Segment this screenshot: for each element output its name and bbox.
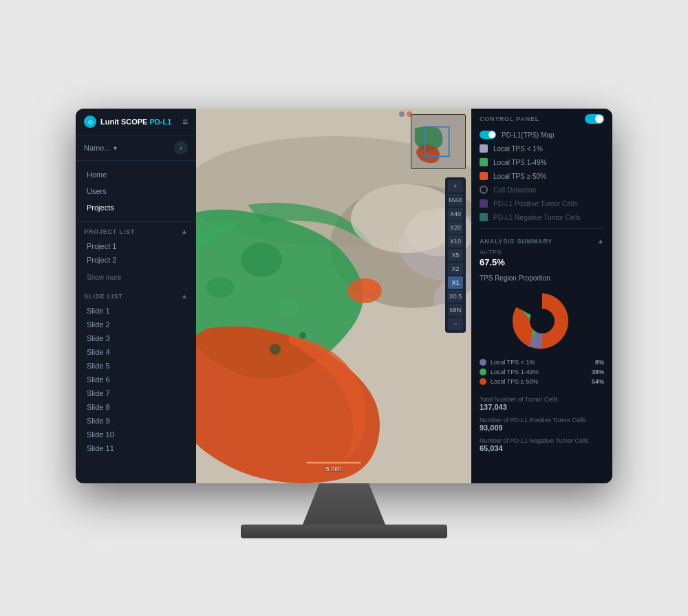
slide-item-10[interactable]: Slide 10 bbox=[76, 428, 196, 441]
zoom-x10[interactable]: X10 bbox=[448, 235, 463, 248]
layer-swatch-1 bbox=[480, 158, 488, 166]
layer-label-0: Local TPS < 1% bbox=[493, 145, 604, 153]
slide-item-1[interactable]: Slide 1 bbox=[76, 304, 196, 318]
project-list-header: Project List ▲ bbox=[76, 222, 196, 238]
show-more-projects[interactable]: Show more bbox=[76, 272, 196, 287]
layer-label-2: Local TPS ≥ 50% bbox=[493, 173, 604, 180]
logo-area: ◎ Lunit SCOPE PD-L1 bbox=[84, 116, 171, 128]
navigate-right-button[interactable]: › bbox=[174, 141, 188, 155]
sidebar-item-home[interactable]: Home bbox=[76, 166, 196, 183]
sidebar-header: ◎ Lunit SCOPE PD-L1 ≡ bbox=[76, 109, 196, 135]
legend-left-0: Local TPS < 1% bbox=[480, 359, 535, 366]
sidebar-item-users[interactable]: Users bbox=[76, 183, 196, 199]
zoom-min[interactable]: MIN bbox=[448, 304, 463, 316]
layer-dot-3 bbox=[480, 186, 488, 194]
name-label: Name... bbox=[84, 144, 111, 152]
slide-item-7[interactable]: Slide 7 bbox=[76, 386, 196, 400]
logo-accent: PD-L1 bbox=[150, 118, 172, 126]
control-panel-header: Control Panel bbox=[471, 109, 612, 128]
layer-swatch-0 bbox=[480, 144, 488, 153]
svg-point-7 bbox=[241, 243, 282, 277]
layer-swatch-2 bbox=[480, 172, 488, 180]
control-panel-title: Control Panel bbox=[480, 116, 539, 122]
zoom-x5[interactable]: X5 bbox=[448, 249, 463, 261]
legend-pct-1: 38% bbox=[592, 368, 604, 375]
stat-val-0: 137,043 bbox=[480, 403, 604, 411]
svg-point-9 bbox=[279, 300, 299, 316]
stat-block-2: Number of PD-L1 Negative Tumor Cells 65,… bbox=[471, 433, 612, 454]
zoom-x2[interactable]: X2 bbox=[448, 263, 463, 275]
analysis-divider bbox=[480, 228, 604, 229]
monitor-screen: ◎ Lunit SCOPE PD-L1 ≡ Name... ▾ › H bbox=[76, 109, 612, 483]
logo-text: Lunit SCOPE PD-L1 bbox=[100, 118, 171, 126]
zoom-controls: + MAX X40 X20 X10 X5 X2 X1 X0.5 MIN − bbox=[445, 177, 466, 333]
zoom-plus-button[interactable]: + bbox=[448, 180, 463, 192]
ai-tps-label: AI-TPS bbox=[471, 248, 612, 257]
pie-chart-container bbox=[471, 287, 612, 358]
slide-item-8[interactable]: Slide 8 bbox=[76, 400, 196, 414]
name-dropdown[interactable]: Name... ▾ bbox=[84, 144, 117, 152]
minimap[interactable] bbox=[411, 114, 466, 169]
pie-chart bbox=[511, 290, 573, 352]
slide-list-header: Slide List ▲ bbox=[76, 287, 196, 302]
hamburger-menu-icon[interactable]: ≡ bbox=[182, 116, 188, 127]
sidebar-item-projects[interactable]: Projects bbox=[76, 199, 196, 216]
slide-item-6[interactable]: Slide 6 bbox=[76, 373, 196, 386]
minimap-svg bbox=[411, 115, 465, 168]
analysis-summary-title: Analysis Summary bbox=[480, 238, 552, 245]
stat-block-1: Number of PD-L1 Positive Tumor Cells 93,… bbox=[471, 412, 612, 433]
analysis-summary-header: Analysis Summary ▲ bbox=[471, 233, 612, 248]
app-container: ◎ Lunit SCOPE PD-L1 ≡ Name... ▾ › H bbox=[76, 109, 612, 483]
layer-row-0: Local TPS < 1% bbox=[471, 142, 612, 155]
minimap-thumbnail bbox=[411, 115, 465, 168]
control-panel-toggle[interactable] bbox=[585, 114, 604, 124]
slide-list-title: Slide List bbox=[84, 293, 123, 300]
pdl1-map-toggle[interactable] bbox=[480, 131, 496, 139]
slide-list-collapse-icon[interactable]: ▲ bbox=[181, 292, 188, 300]
layer-label-5: PD-L1 Negative Tumor Cells bbox=[493, 214, 604, 221]
viewer-area[interactable]: + MAX X40 X20 X10 X5 X2 X1 X0.5 MIN − bbox=[196, 109, 471, 483]
slide-item-4[interactable]: Slide 4 bbox=[76, 345, 196, 359]
pdl1-map-label: PD-L1(TPS) Map bbox=[502, 131, 604, 139]
layer-label-1: Local TPS 1-49% bbox=[493, 159, 604, 166]
analysis-collapse-icon[interactable]: ▲ bbox=[597, 237, 604, 245]
legend-item-0: Local TPS < 1% 8% bbox=[471, 358, 612, 367]
toggle-knob bbox=[595, 115, 603, 123]
layer-row-2: Local TPS ≥ 50% bbox=[471, 169, 612, 183]
slide-item-3[interactable]: Slide 3 bbox=[76, 331, 196, 345]
monitor-base bbox=[241, 525, 447, 538]
main-content: + MAX X40 X20 X10 X5 X2 X1 X0.5 MIN − bbox=[196, 109, 612, 483]
stat-name-1: Number of PD-L1 Positive Tumor Cells bbox=[480, 417, 604, 424]
stat-block-0: Total Number of Tumor Cells 137,043 bbox=[471, 392, 612, 412]
project-list-title: Project List bbox=[84, 228, 135, 235]
zoom-x20[interactable]: X20 bbox=[448, 221, 463, 234]
project-item-2[interactable]: Project 2 bbox=[76, 253, 196, 267]
dot-1 bbox=[399, 111, 405, 117]
layer-row-1: Local TPS 1-49% bbox=[471, 155, 612, 169]
scale-bar-line bbox=[306, 461, 361, 464]
zoom-minus-button[interactable]: − bbox=[448, 318, 463, 330]
chevron-down-icon: ▾ bbox=[114, 144, 117, 152]
project-item-1[interactable]: Project 1 bbox=[76, 239, 196, 253]
zoom-x40[interactable]: X40 bbox=[448, 208, 463, 220]
scale-bar-label: 5 mm bbox=[326, 465, 342, 472]
pdl1-map-row: PD-L1(TPS) Map bbox=[471, 128, 612, 142]
slide-item-9[interactable]: Slide 9 bbox=[76, 414, 196, 428]
svg-point-4 bbox=[362, 280, 378, 292]
slide-item-5[interactable]: Slide 5 bbox=[76, 359, 196, 373]
zoom-max[interactable]: MAX bbox=[448, 194, 463, 206]
project-list-collapse-icon[interactable]: ▲ bbox=[181, 228, 188, 235]
slide-item-11[interactable]: Slide 11 bbox=[76, 441, 196, 455]
layer-row-3: Cell Detection bbox=[471, 183, 612, 197]
layer-swatch-5 bbox=[480, 213, 488, 221]
monitor-stand-neck bbox=[303, 483, 385, 525]
legend-left-1: Local TPS 1-49% bbox=[480, 368, 539, 375]
sidebar: ◎ Lunit SCOPE PD-L1 ≡ Name... ▾ › H bbox=[76, 109, 196, 483]
layer-label-3: Cell Detection bbox=[493, 186, 604, 194]
svg-point-8 bbox=[206, 277, 234, 298]
slide-item-2[interactable]: Slide 2 bbox=[76, 318, 196, 331]
zoom-x1[interactable]: X1 bbox=[448, 276, 463, 289]
legend-dot-1 bbox=[480, 368, 486, 375]
svg-point-16 bbox=[530, 309, 555, 333]
zoom-x0-5[interactable]: X0.5 bbox=[448, 290, 463, 302]
